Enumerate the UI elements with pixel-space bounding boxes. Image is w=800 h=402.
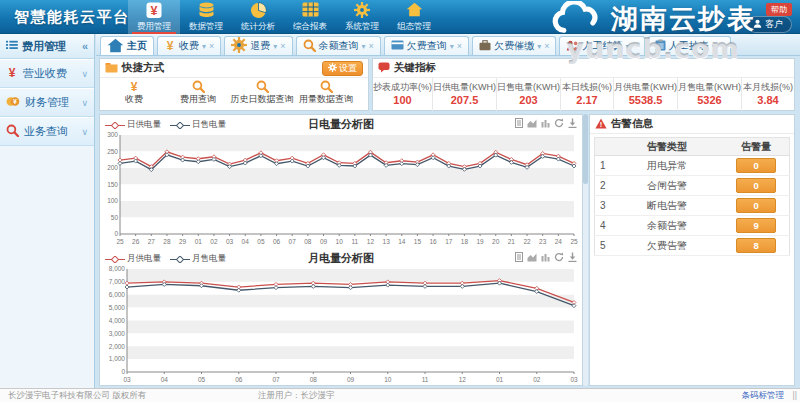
svg-text:!: !: [600, 120, 603, 129]
tab-arrears-reminder[interactable]: 欠费催缴▾×: [472, 36, 556, 55]
svg-text:22: 22: [523, 238, 531, 245]
top-nav-item-fee-management[interactable]: ¥费用管理: [128, 0, 180, 34]
alert-count-badge[interactable]: 0: [736, 178, 776, 193]
area-chart-icon[interactable]: [527, 118, 537, 129]
tab-label: 收费: [179, 39, 199, 53]
indicator-label: 日售电量(KWH): [497, 81, 560, 93]
chevron-down-icon[interactable]: ▾: [537, 42, 541, 51]
top-nav-label: 数据管理: [180, 21, 232, 31]
close-icon[interactable]: ×: [457, 41, 462, 51]
chevron-down-icon[interactable]: ▾: [273, 42, 277, 51]
close-icon[interactable]: ×: [719, 41, 724, 51]
footer-link[interactable]: 条码标管理: [742, 389, 785, 402]
chevron-down-icon[interactable]: ▾: [202, 42, 206, 51]
quick-item-history-daily-data-query[interactable]: 历史日数据查询: [230, 80, 294, 104]
indicator-label: 日供电量(KWH): [433, 81, 496, 93]
chevron-down-icon[interactable]: ▾: [362, 42, 366, 51]
resize-handle[interactable]: ||: [793, 389, 797, 402]
user-button[interactable]: 客户: [747, 16, 792, 33]
settings-button[interactable]: 设置: [322, 61, 363, 76]
chevron-down-icon[interactable]: ∨: [81, 69, 88, 79]
alert-count-badge[interactable]: 8: [736, 238, 776, 253]
indicator-label: 本月线损(%): [742, 81, 794, 93]
svg-text:27: 27: [148, 238, 156, 245]
alert-type: 断电告警: [611, 196, 724, 216]
quick-item-fee-query[interactable]: 费用查询: [166, 80, 230, 104]
close-icon[interactable]: ×: [632, 41, 637, 51]
search-icon: [166, 80, 230, 94]
key-indicators-panel: 关键指标 抄表成功率(%)100日供电量(KWH)207.5日售电量(KWH)2…: [372, 58, 795, 111]
indicator-value: 5326: [678, 93, 741, 107]
close-icon[interactable]: ×: [280, 41, 285, 51]
top-nav-item-system-management[interactable]: 系统管理: [336, 0, 388, 34]
alert-row: 5欠费告警8: [595, 236, 790, 256]
svg-text:23: 23: [539, 238, 547, 245]
search-icon: [230, 80, 294, 94]
sidebar-item-business-charge[interactable]: ¥营业收费∨: [0, 59, 94, 88]
chevron-down-icon[interactable]: ▾: [450, 42, 454, 51]
alerts-col-count: 告警量: [724, 138, 790, 156]
refresh-icon[interactable]: [554, 118, 564, 129]
tab-label: 余额查询: [319, 39, 359, 53]
refresh-icon[interactable]: [554, 252, 564, 263]
tab-arrears-query[interactable]: 欠费查询▾×: [384, 36, 469, 55]
sidebar-header[interactable]: 费用管理 «: [0, 34, 94, 59]
tab-balance-query[interactable]: 余额查询▾×: [296, 36, 381, 55]
svg-text:11: 11: [422, 376, 429, 383]
chart-plot-area: 01,0002,0003,0004,0005,0006,0007,0008,00…: [100, 265, 580, 385]
close-icon[interactable]: ×: [544, 41, 549, 51]
alert-row: 1用电异常0: [595, 156, 790, 176]
alerts-panel: ! 告警信息 告警类型 告警量 1用电异常02合闸告警03断电告警04余额告警9…: [589, 114, 795, 386]
gear-icon: [231, 37, 247, 55]
bar-chart-icon[interactable]: [541, 252, 550, 263]
alert-count-badge[interactable]: 0: [736, 158, 776, 173]
alert-count-badge[interactable]: 0: [736, 198, 776, 213]
quick-item-charge[interactable]: ¥收费: [102, 80, 166, 104]
copyright-text: 长沙漫宇电子科技有限公司 版权所有: [8, 389, 146, 402]
chevron-down-icon[interactable]: ▾: [625, 42, 629, 51]
chart-plot-area: 0501001502002503002526272829010203040506…: [100, 131, 580, 247]
alert-count-badge[interactable]: 9: [736, 218, 776, 233]
sidebar-collapse-icon[interactable]: «: [82, 40, 88, 52]
indicator-cell: 抄表成功率(%)100: [373, 78, 433, 111]
tab-home[interactable]: 主页: [100, 36, 154, 55]
top-nav-item-statistic-analysis[interactable]: 统计分析: [232, 0, 284, 34]
chevron-down-icon[interactable]: ∨: [81, 127, 88, 137]
svg-text:12: 12: [459, 376, 467, 383]
scrollbar-thumb[interactable]: [583, 114, 588, 184]
chevron-down-icon[interactable]: ▾: [712, 42, 716, 51]
sidebar-item-business-query[interactable]: 业务查询∨: [0, 117, 94, 146]
download-icon[interactable]: [568, 118, 577, 129]
top-nav-item-configuration-management[interactable]: 组态管理: [388, 0, 440, 34]
alerts-col-index: [595, 138, 611, 156]
svg-text:150: 150: [107, 181, 118, 188]
svg-text:6,000: 6,000: [109, 291, 126, 298]
daily-energy-chart: 日供电量日售电量日电量分析图05010015020025030025262728…: [100, 115, 582, 249]
area-chart-icon[interactable]: [527, 252, 537, 263]
bar-chart-icon[interactable]: [541, 118, 550, 129]
close-icon[interactable]: ×: [209, 41, 214, 51]
svg-text:29: 29: [179, 238, 187, 245]
charts-scrollbar[interactable]: [583, 114, 588, 386]
help-link[interactable]: 帮助: [766, 3, 792, 16]
close-icon[interactable]: ×: [369, 41, 374, 51]
tab-charge[interactable]: ¥收费▾×: [157, 36, 221, 55]
indicator-cell: 日供电量(KWH)207.5: [433, 78, 497, 111]
tab-manual-meter-reading[interactable]: 人工抄表▾×: [648, 36, 731, 55]
svg-text:50: 50: [111, 214, 119, 221]
svg-text:19: 19: [476, 238, 484, 245]
top-nav-item-comprehensive-report[interactable]: 综合报表: [284, 0, 336, 34]
alert-row: 3断电告警0: [595, 196, 790, 216]
doc-export-icon[interactable]: [515, 118, 523, 129]
doc-export-icon[interactable]: [515, 252, 523, 263]
top-nav-item-data-management[interactable]: 数据管理: [180, 0, 232, 34]
chevron-down-icon[interactable]: ∨: [81, 98, 88, 108]
sidebar-item-finance-management[interactable]: ¥财务管理∨: [0, 88, 94, 117]
tab-refund[interactable]: 退费▾×: [224, 36, 292, 55]
download-icon[interactable]: [568, 252, 577, 263]
quick-item-usage-data-query[interactable]: 用量数据查询: [294, 80, 358, 104]
quick-access-panel: 快捷方式 设置 ¥收费费用查询历史日数据查询用量数据查询: [99, 58, 369, 111]
tab-manual-settlement[interactable]: 人工结算▾×: [559, 36, 644, 55]
clipboard-icon: [655, 39, 666, 53]
svg-text:09: 09: [320, 238, 328, 245]
